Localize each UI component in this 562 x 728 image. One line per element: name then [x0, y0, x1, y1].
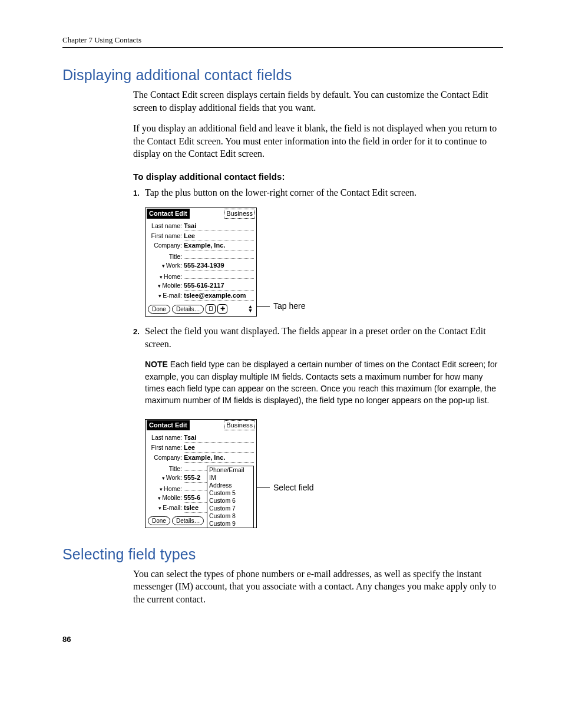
scroll-arrows-icon[interactable]: ▲▼ [247, 305, 254, 313]
screen-title: Contact Edit [147, 209, 190, 219]
work-label[interactable]: Work: [148, 473, 184, 482]
last-name-label: Last name: [148, 433, 184, 442]
plus-icon[interactable]: ✚ [217, 304, 227, 314]
callout-select-field: Select field [273, 482, 313, 493]
popup-item[interactable]: Custom 6 [207, 497, 253, 505]
popup-item[interactable]: Custom 9 [207, 520, 253, 528]
company-label: Company: [148, 453, 184, 462]
title-label: Title: [148, 465, 184, 473]
category-selector[interactable]: Business [224, 209, 255, 219]
first-name-label: First name: [148, 232, 184, 240]
email-label[interactable]: E-mail: [148, 291, 184, 299]
step-number-2: 2. [133, 325, 145, 350]
step-text-2: Select the field you want displayed. The… [145, 325, 503, 350]
note-label: NOTE [145, 360, 168, 369]
step-number-1: 1. [133, 186, 145, 199]
title-label: Title: [148, 252, 184, 261]
contact-edit-screenshot-2: Contact Edit Business Last name:Tsai Fir… [145, 419, 257, 528]
popup-item[interactable]: Custom 5 [207, 489, 253, 497]
step-text-1: Tap the plus button on the lower-right c… [145, 186, 503, 199]
home-field[interactable] [184, 271, 254, 279]
mobile-label[interactable]: Mobile: [148, 281, 184, 289]
home-label[interactable]: Home: [148, 272, 184, 281]
callout-line [257, 306, 270, 307]
company-field[interactable]: Example, Inc. [184, 453, 254, 463]
category-selector[interactable]: Business [224, 420, 255, 430]
callout-tap-here: Tap here [273, 301, 305, 312]
header-rule [62, 47, 503, 48]
page-number: 86 [62, 635, 503, 644]
section1-para2: If you display an additional field and l… [133, 122, 503, 160]
last-name-label: Last name: [148, 222, 184, 230]
running-head: Chapter 7 Using Contacts [62, 35, 503, 45]
section2-para1: You can select the types of phone number… [133, 568, 503, 606]
work-label[interactable]: Work: [148, 261, 184, 269]
mobile-label[interactable]: Mobile: [148, 493, 184, 502]
popup-item[interactable]: Address [207, 482, 253, 489]
procedure-subhead: To display additional contact fields: [133, 171, 503, 183]
popup-item[interactable]: Phone/Email [207, 466, 253, 474]
company-label: Company: [148, 241, 184, 249]
title-field[interactable] [184, 251, 254, 259]
last-name-field[interactable]: Tsai [184, 222, 254, 231]
first-name-label: First name: [148, 443, 184, 452]
work-field[interactable]: 555-234-1939 [184, 261, 254, 271]
popup-item[interactable]: Custom 8 [207, 512, 253, 520]
company-field[interactable]: Example, Inc. [184, 241, 254, 251]
first-name-field[interactable]: Lee [184, 232, 254, 241]
note-block: NOTE Each field type can be displayed a … [145, 358, 503, 406]
first-name-field[interactable]: Lee [184, 443, 254, 453]
popup-item[interactable]: Custom 7 [207, 505, 253, 512]
note-text: Each field type can be displayed a certa… [145, 360, 497, 405]
done-button[interactable]: Done [148, 305, 170, 314]
details-button[interactable]: Details… [172, 305, 204, 314]
section1-para1: The Contact Edit screen displays certain… [133, 88, 503, 114]
email-label[interactable]: E-mail: [148, 503, 184, 512]
section-heading-2: Selecting field types [62, 546, 503, 563]
field-type-popup[interactable]: Phone/Email IM Address Custom 5 Custom 6… [207, 466, 254, 528]
mobile-field[interactable]: 555-616-2117 [184, 281, 254, 291]
contact-edit-screenshot-1: Contact Edit Business Last name:Tsai Fir… [145, 207, 257, 317]
email-field[interactable]: tslee@example.com [184, 291, 254, 301]
popup-item[interactable]: IM [207, 474, 253, 482]
done-button[interactable]: Done [148, 516, 170, 525]
home-label[interactable]: Home: [148, 485, 184, 493]
section-heading-1: Displaying additional contact fields [62, 67, 503, 84]
note-icon[interactable]: 🗒 [206, 304, 216, 314]
details-button[interactable]: Details… [172, 516, 204, 525]
screen-title: Contact Edit [147, 420, 190, 430]
last-name-field[interactable]: Tsai [184, 433, 254, 443]
callout-line [257, 487, 270, 488]
